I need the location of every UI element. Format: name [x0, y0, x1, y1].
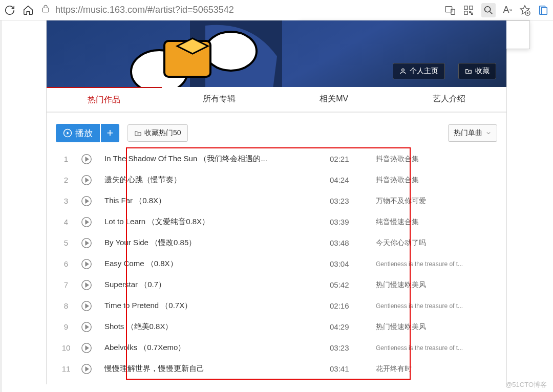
read-aloud-icon[interactable]: A» — [503, 5, 512, 15]
svg-marker-26 — [86, 241, 89, 245]
row-play-button[interactable] — [76, 258, 97, 270]
song-title[interactable]: By Your Side （慢改0.85） — [97, 238, 309, 248]
table-row[interactable]: 8Time to Pretend （0.7X）02:16Gentleness i… — [56, 295, 497, 316]
row-play-button[interactable] — [76, 363, 97, 375]
refresh-icon[interactable] — [4, 5, 15, 16]
tab-albums[interactable]: 所有专辑 — [162, 87, 277, 112]
table-row[interactable]: 4Lot to Learn （文爱纯音0.8X）03:39纯音慢速合集 — [56, 211, 497, 232]
song-album[interactable]: 抖音热歌合集 — [366, 155, 497, 164]
svg-marker-36 — [86, 346, 89, 350]
row-index: 2 — [56, 176, 76, 184]
song-album[interactable]: Gentleness is the treasure of t... — [366, 260, 497, 268]
song-album[interactable]: 花开终有时 — [366, 364, 497, 374]
play-all-button[interactable]: 播放 — [56, 124, 100, 142]
folder-add-icon — [134, 129, 142, 137]
song-duration: 02:16 — [309, 301, 366, 310]
favorite-icon[interactable] — [519, 5, 530, 16]
tab-popular[interactable]: 热门作品 — [47, 86, 162, 112]
song-title[interactable]: In The Shadow Of The Sun （我们终会相遇的... — [97, 154, 309, 164]
song-duration: 03:23 — [309, 197, 366, 205]
song-list: 1In The Shadow Of The Sun （我们终会相遇的...02:… — [47, 148, 506, 384]
table-row[interactable]: 9Shots （绝美0.8X）04:29热门慢速欧美风 — [56, 316, 497, 337]
homepage-button[interactable]: 个人主页 — [393, 63, 445, 79]
row-index: 11 — [56, 364, 76, 373]
song-title[interactable]: Shots （绝美0.8X） — [97, 322, 309, 332]
song-duration: 04:24 — [309, 176, 366, 184]
song-title[interactable]: Easy Come （0.8X） — [97, 259, 309, 269]
watermark: @51CTO博客 — [505, 380, 547, 389]
left-strip — [0, 20, 2, 392]
table-row[interactable]: 10Abelvolks （0.7Xemo）03:23Gentleness is … — [56, 337, 497, 358]
row-play-button[interactable] — [76, 175, 97, 186]
svg-rect-5 — [464, 11, 467, 14]
collect-label: 收藏热门50 — [144, 128, 181, 138]
row-index: 6 — [56, 259, 76, 268]
row-index: 9 — [56, 322, 76, 331]
song-duration: 02:21 — [309, 155, 366, 163]
home-icon[interactable] — [23, 5, 34, 16]
song-album[interactable]: 热门慢速欧美风 — [366, 280, 497, 290]
song-duration: 04:29 — [309, 322, 366, 331]
play-circle-icon — [81, 154, 92, 165]
song-title[interactable]: Time to Pretend （0.7X） — [97, 301, 309, 311]
table-row[interactable]: 7Superstar （0.7）05:42热门慢速欧美风 — [56, 274, 497, 295]
address-bar[interactable]: https://music.163.com/#/artist?id=506535… — [41, 4, 437, 16]
hot-single-dropdown[interactable]: 热门单曲 — [448, 124, 497, 142]
svg-rect-9 — [541, 7, 547, 14]
table-row[interactable]: 11慢慢理解世界，慢慢更新自己03:41花开终有时 — [56, 358, 497, 379]
site-info-icon[interactable] — [41, 4, 50, 16]
svg-point-14 — [402, 69, 405, 71]
table-row[interactable]: 1In The Shadow Of The Sun （我们终会相遇的...02:… — [56, 148, 497, 169]
song-title[interactable]: Superstar （0.7） — [97, 280, 309, 290]
song-title[interactable]: Abelvolks （0.7Xemo） — [97, 343, 309, 353]
qr-icon[interactable] — [463, 5, 474, 16]
svg-marker-32 — [86, 304, 89, 308]
tab-mv[interactable]: 相关MV — [276, 87, 392, 112]
play-circle-icon — [81, 342, 92, 354]
add-to-playlist-button[interactable]: + — [101, 124, 119, 142]
song-title[interactable]: Lot to Learn （文爱纯音0.8X） — [97, 217, 309, 227]
song-title[interactable]: This Far （0.8X） — [97, 196, 309, 206]
play-circle-icon — [81, 258, 92, 270]
row-play-button[interactable] — [76, 342, 97, 354]
table-row[interactable]: 3This Far （0.8X）03:23万物不及你可爱 — [56, 190, 497, 211]
play-circle-icon — [81, 216, 92, 228]
row-play-button[interactable] — [76, 195, 97, 207]
favorite-button[interactable]: 收藏 — [458, 63, 496, 79]
row-play-button[interactable] — [76, 279, 97, 291]
responsive-icon[interactable] — [444, 5, 456, 16]
table-row[interactable]: 6Easy Come （0.8X）03:04Gentleness is the … — [56, 253, 497, 274]
collect-hot-button[interactable]: 收藏热门50 — [127, 124, 188, 142]
row-play-button[interactable] — [76, 216, 97, 228]
row-play-button[interactable] — [76, 321, 97, 333]
svg-point-6 — [485, 6, 491, 12]
row-play-button[interactable] — [76, 237, 97, 249]
artist-main: 个人主页 收藏 热门作品 所有专辑 相关MV 艺人介绍 播放 + 收藏热门50 — [46, 20, 507, 384]
table-row[interactable]: 2遗失的心跳（慢节奏）04:24抖音热歌合集 — [56, 169, 497, 190]
song-album[interactable]: 抖音热歌合集 — [366, 176, 497, 185]
row-index: 4 — [56, 217, 76, 226]
song-album[interactable]: 今天你心动了吗 — [366, 238, 497, 248]
song-album[interactable]: 万物不及你可爱 — [366, 197, 497, 206]
song-album[interactable]: 热门慢速欧美风 — [366, 322, 497, 332]
svg-rect-4 — [470, 6, 473, 9]
tab-intro[interactable]: 艺人介绍 — [392, 87, 507, 112]
song-album[interactable]: 纯音慢速合集 — [366, 217, 497, 227]
row-index: 1 — [56, 155, 76, 163]
song-title[interactable]: 慢慢理解世界，慢慢更新自己 — [97, 364, 309, 374]
row-index: 3 — [56, 197, 76, 205]
svg-marker-28 — [86, 262, 89, 266]
artist-tabs: 热门作品 所有专辑 相关MV 艺人介绍 — [47, 87, 506, 113]
row-play-button[interactable] — [76, 300, 97, 312]
row-play-button[interactable] — [76, 154, 97, 165]
song-album[interactable]: Gentleness is the treasure of t... — [366, 302, 497, 310]
collections-icon[interactable] — [538, 5, 549, 16]
search-page-icon[interactable] — [481, 3, 496, 17]
song-album[interactable]: Gentleness is the treasure of t... — [366, 344, 497, 352]
play-label: 播放 — [75, 127, 93, 139]
song-title[interactable]: 遗失的心跳（慢节奏） — [97, 175, 309, 185]
hot-single-label: 热门单曲 — [454, 128, 482, 138]
song-duration: 03:41 — [309, 364, 366, 373]
table-row[interactable]: 5By Your Side （慢改0.85）03:48今天你心动了吗 — [56, 232, 497, 253]
play-icon — [63, 128, 72, 138]
